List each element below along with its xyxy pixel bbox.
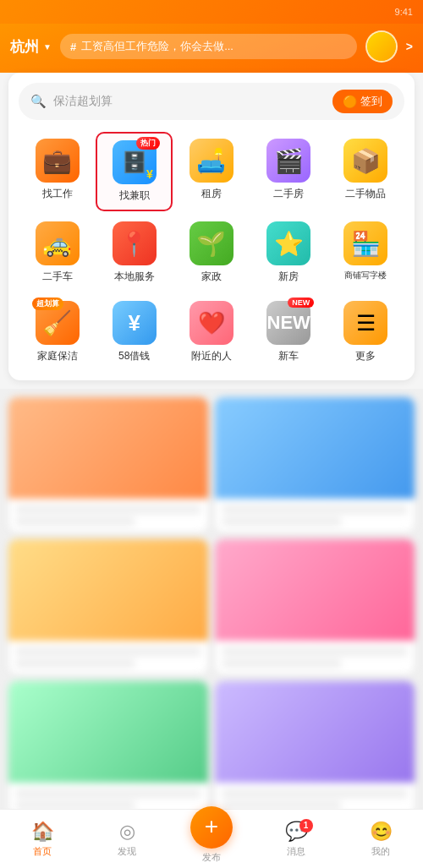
new-badge: NEW: [288, 298, 314, 308]
nav-item-message[interactable]: 💬 1 消息: [254, 821, 338, 858]
avatar-image: [367, 32, 396, 61]
second-hand-car-icon-box: 🚕: [36, 221, 80, 265]
grid-item-new-car[interactable]: NEW NEW 新车: [250, 294, 327, 370]
grid-item-housekeeping[interactable]: 🌱 家政: [173, 215, 250, 291]
plus-icon: +: [205, 815, 218, 838]
content-card-1: [8, 397, 208, 532]
commercial-icon-box: 🏪: [343, 221, 387, 265]
nav-home-label: 首页: [33, 845, 52, 858]
content-card-5: [8, 681, 208, 816]
local-service-label: 本地服务: [114, 270, 155, 284]
card-text-4a: [222, 647, 408, 656]
hot-badge: 热门: [136, 137, 160, 150]
content-card-4: [215, 539, 415, 674]
nav-item-profile[interactable]: 😊 我的: [338, 821, 423, 858]
search-placeholder: 保洁超划算: [53, 94, 113, 109]
content-grid: [0, 389, 423, 825]
new-house-label: 新房: [278, 270, 299, 284]
location-button[interactable]: 杭州 ▼: [10, 37, 52, 57]
card-text-1b: [15, 517, 135, 526]
publish-plus-button[interactable]: +: [190, 806, 233, 849]
new-car-label: 新车: [278, 349, 299, 363]
grid-item-new-house[interactable]: ⭐ 新房: [250, 215, 327, 291]
grid-item-commercial[interactable]: 🏪 商铺写字楼: [327, 215, 404, 291]
content-card-2: [215, 397, 415, 532]
card-image-6: [215, 681, 415, 783]
grid-item-second-hand-house[interactable]: 🎬 二手房: [250, 132, 327, 211]
nav-message-label: 消息: [287, 845, 305, 858]
grid-item-home-clean[interactable]: 🧹 超划算 家庭保洁: [19, 294, 96, 370]
nav-item-discover[interactable]: ◎ 发现: [85, 821, 169, 858]
header: 杭州 ▼ # 工资高但工作危险，你会去做... >: [0, 24, 423, 73]
content-card-3: [8, 539, 208, 674]
nearby-label: 附近的人: [191, 349, 232, 363]
card-text-2a: [222, 505, 408, 514]
card-image-5: [8, 681, 208, 783]
grid-item-second-hand-car[interactable]: 🚕 二手车: [19, 215, 96, 291]
card-image-4: [215, 539, 415, 641]
grid-item-local-service[interactable]: 📍 本地服务: [96, 215, 173, 291]
nav-discover-label: 发现: [118, 845, 136, 858]
grid-item-find-job[interactable]: 💼 找工作: [19, 132, 96, 211]
grid-item-nearby[interactable]: ❤️ 附近的人: [173, 294, 250, 370]
part-time-label: 找兼职: [119, 188, 150, 203]
search-bar[interactable]: 🔍 保洁超划算 🟠 签到: [19, 83, 404, 120]
housekeeping-label: 家政: [201, 270, 222, 284]
location-arrow-icon: ▼: [43, 42, 52, 52]
banner-arrow-icon: >: [406, 40, 413, 53]
find-job-icon-box: 💼: [36, 139, 80, 183]
find-job-label: 找工作: [42, 187, 73, 201]
grid-item-rent[interactable]: 🛋️ 租房: [173, 132, 250, 211]
nav-item-home[interactable]: 🏠 首页: [0, 821, 85, 858]
sign-in-button[interactable]: 🟠 签到: [332, 90, 393, 113]
part-time-icon-box: 🗄️ ¥ 热门: [113, 140, 157, 184]
content-card-6: [215, 681, 415, 816]
second-hand-goods-icon-box: 📦: [343, 139, 387, 183]
blurred-content-section: [0, 389, 423, 825]
housekeeping-icon-box: 🌱: [190, 221, 233, 265]
main-card: 🔍 保洁超划算 🟠 签到 💼 找工作 🗄️ ¥ 热门 找兼职 🛋️: [8, 73, 415, 380]
discover-icon: ◎: [119, 821, 135, 843]
search-icon: 🔍: [30, 94, 47, 109]
local-service-icon-box: 📍: [113, 221, 157, 265]
grid-item-second-hand-goods[interactable]: 📦 二手物品: [327, 132, 404, 211]
status-bar: 9:41: [0, 0, 423, 24]
location-text: 杭州: [10, 37, 39, 57]
borrow-label: 58借钱: [118, 349, 150, 363]
grid-item-borrow[interactable]: ¥ 58借钱: [96, 294, 173, 370]
banner-hash: #: [70, 41, 76, 53]
second-hand-car-label: 二手车: [42, 270, 73, 284]
card-text-1a: [15, 505, 201, 514]
grid-item-more[interactable]: ☰ 更多: [327, 294, 404, 370]
nav-profile-label: 我的: [371, 845, 390, 858]
sign-icon: 🟠: [343, 95, 357, 108]
card-text-4b: [222, 659, 342, 668]
card-text-3a: [15, 647, 201, 656]
nearby-icon-box: ❤️: [190, 301, 233, 345]
card-image-3: [8, 539, 208, 641]
home-clean-label: 家庭保洁: [37, 349, 78, 363]
grid-item-part-time[interactable]: 🗄️ ¥ 热门 找兼职: [96, 132, 173, 211]
more-label: 更多: [355, 349, 376, 363]
new-car-icon-box: NEW NEW: [266, 301, 310, 345]
chao-badge: 超划算: [32, 298, 63, 310]
card-text-6a: [222, 789, 408, 798]
nav-item-publish[interactable]: + 发布: [169, 815, 254, 864]
avatar[interactable]: [365, 30, 398, 63]
home-icon: 🏠: [31, 821, 54, 843]
second-hand-house-label: 二手房: [273, 187, 304, 201]
rent-icon-box: 🛋️: [190, 139, 233, 183]
message-badge-wrap: 💬 1: [285, 821, 308, 843]
borrow-icon-box: ¥: [113, 301, 157, 345]
banner-pill[interactable]: # 工资高但工作危险，你会去做...: [60, 34, 357, 59]
profile-icon: 😊: [370, 821, 393, 843]
nav-publish-label: 发布: [202, 851, 221, 864]
card-text-5a: [15, 789, 201, 798]
card-text-3b: [15, 659, 135, 668]
rent-label: 租房: [201, 187, 222, 201]
banner-text: 工资高但工作危险，你会去做...: [81, 39, 233, 54]
card-image-1: [8, 397, 208, 499]
home-clean-icon-box: 🧹 超划算: [36, 301, 80, 345]
second-hand-goods-label: 二手物品: [345, 187, 386, 201]
card-text-2b: [222, 517, 342, 526]
